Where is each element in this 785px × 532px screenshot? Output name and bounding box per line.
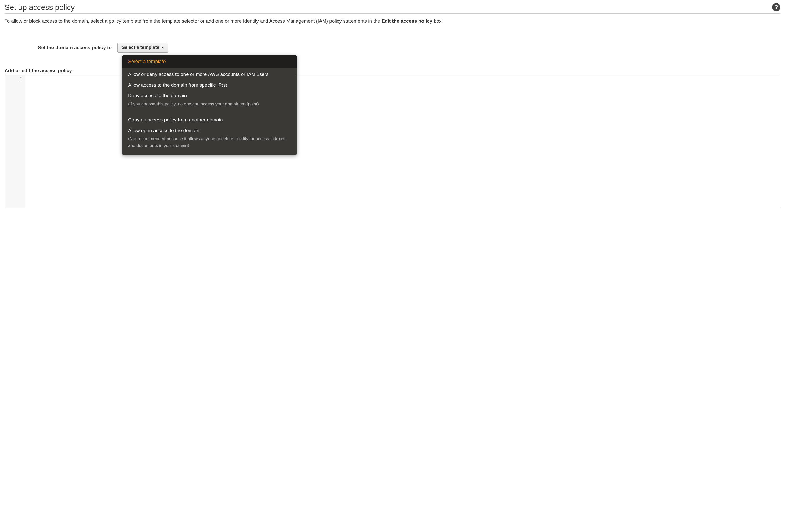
dropdown-option-copy-domain[interactable]: Copy an access policy from another domai… bbox=[123, 114, 297, 125]
dropdown-option-open-access-note: (Not recommended because it allows anyon… bbox=[123, 135, 297, 151]
dropdown-option-accounts-iam[interactable]: Allow or deny access to one or more AWS … bbox=[123, 69, 297, 79]
dropdown-option-deny-access[interactable]: Deny access to the domain bbox=[123, 90, 297, 101]
description-text: To allow or block access to the domain, … bbox=[5, 17, 780, 25]
policy-editor: 1 bbox=[5, 75, 780, 208]
dropdown-option-specific-ip[interactable]: Allow access to the domain from specific… bbox=[123, 79, 297, 90]
editor-section-label: Add or edit the access policy bbox=[5, 68, 780, 74]
dropdown-option-deny-access-note: (If you choose this policy, no one can a… bbox=[123, 101, 297, 110]
description-suffix: box. bbox=[432, 18, 443, 24]
editor-line-number: 1 bbox=[5, 77, 22, 81]
policy-template-label: Set the domain access policy to bbox=[5, 45, 117, 50]
template-dropdown-panel: Select a template Allow or deny access t… bbox=[123, 55, 297, 155]
dropdown-option-placeholder[interactable]: Select a template bbox=[123, 55, 297, 68]
description-prefix: To allow or block access to the domain, … bbox=[5, 18, 381, 24]
template-select-button[interactable]: Select a template bbox=[117, 43, 168, 53]
template-select-label: Select a template bbox=[122, 45, 159, 50]
help-icon[interactable]: ? bbox=[772, 3, 780, 11]
description-bold: Edit the access policy bbox=[381, 18, 432, 24]
page-title: Set up access policy bbox=[5, 3, 75, 12]
dropdown-option-open-access[interactable]: Allow open access to the domain bbox=[123, 125, 297, 136]
editor-gutter: 1 bbox=[5, 75, 25, 208]
chevron-down-icon bbox=[161, 47, 164, 48]
policy-template-row: Set the domain access policy to Select a… bbox=[5, 43, 780, 53]
